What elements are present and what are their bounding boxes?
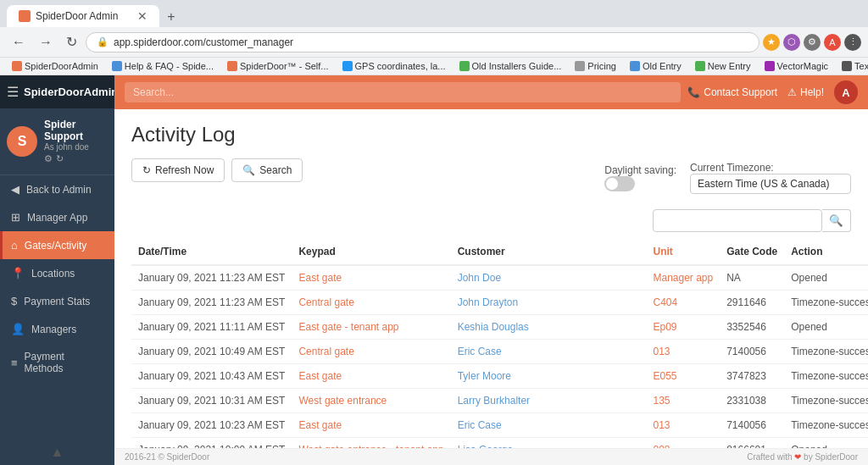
gates-icon: ⌂ [11,239,18,252]
tab-close-button[interactable]: ✕ [137,9,147,23]
sidebar-item-manager-app[interactable]: ⊞ Manager App [0,203,114,231]
active-tab[interactable]: SpiderDoor Admin ✕ [7,5,159,27]
cell-action: Timezone-success [784,389,868,413]
table-header-row: Date/Time Keypad Customer Unit Gate Code… [131,239,868,265]
lock-icon: 🔒 [97,36,108,47]
cell-unit: Manager app [646,265,720,291]
manager-app-icon: ⊞ [11,211,20,224]
sidebar-header[interactable]: ☰ SpiderDoorAdmin [0,75,114,108]
cell-action: Opened [784,315,868,340]
main-content: 📞 Contact Support ⚠ Help! A Activity Log… [114,75,868,465]
cell-keypad: Central gate [292,340,450,364]
bookmark-icon [112,61,122,71]
hamburger-icon[interactable]: ☰ [7,84,19,100]
cell-action: Timezone-success [784,413,868,438]
bookmark-text2app[interactable]: Text2App [837,59,868,73]
table-search-button[interactable]: 🔍 [822,209,851,232]
sidebar-item-back-to-admin[interactable]: ◀ Back to Admin [0,175,114,203]
more-menu-icon[interactable]: ⋮ [844,34,861,51]
search-icon: 🔍 [242,164,255,176]
forward-button[interactable]: → [34,31,58,53]
star-icon[interactable]: ★ [763,34,780,51]
bookmark-old-entry[interactable]: Old Entry [625,59,687,73]
refresh-icon: ↻ [142,164,151,176]
back-icon: ◀ [11,183,19,196]
sidebar-item-label: Manager App [27,212,87,224]
bookmark-spiderdooradmin[interactable]: SpiderDoorAdmin [7,59,103,73]
cell-keypad: West gate entrance - tenant app [292,438,450,449]
settings-icon[interactable]: ⚙ [44,153,53,164]
sidebar-item-managers[interactable]: 👤 Managers [0,315,114,343]
managers-icon: 👤 [11,323,25,335]
contact-support-button[interactable]: 📞 Contact Support [687,86,777,98]
sidebar-item-payment-stats[interactable]: $ Payment Stats [0,287,114,315]
table-search-input[interactable] [653,209,822,232]
col-keypad: Keypad [292,239,450,265]
user-avatar[interactable]: A [834,80,858,104]
locations-icon: 📍 [11,267,25,280]
bookmark-new-entry[interactable]: New Entry [690,59,756,73]
table-row: January 09, 2021 10:09 AM ESTWest gate e… [131,438,868,449]
cell-datetime: January 09, 2021 10:49 AM EST [131,340,292,364]
cell-gate-code: 3352546 [720,315,784,340]
cell-gate-code: NA [720,265,784,291]
bookmark-gps[interactable]: GPS coordinates, la... [337,59,451,73]
cell-gate-code: 7140056 [720,340,784,364]
cell-datetime: January 09, 2021 10:09 AM EST [131,438,292,449]
profile-info: Spider Support As john doe ⚙ ↻ [44,119,108,164]
refresh-now-button[interactable]: ↻ Refresh Now [131,158,225,182]
browser-chrome: SpiderDoor Admin ✕ + [0,0,868,27]
bookmark-old-installers[interactable]: Old Installers Guide... [454,59,567,73]
back-button[interactable]: ← [7,31,31,53]
col-action: Action [784,239,868,265]
timezone-select[interactable]: Eastern Time (US & Canada) Central Time … [690,174,851,194]
cell-gate-code: 8166601 [720,438,784,449]
col-gate-code: Gate Code [720,239,784,265]
bookmark-help-faq[interactable]: Help & FAQ - Spide... [107,59,219,73]
bookmark-icon [695,61,705,71]
refresh-profile-icon[interactable]: ↻ [56,153,64,164]
cell-unit: C404 [646,291,720,315]
search-input[interactable] [125,82,681,102]
sidebar: ☰ SpiderDoorAdmin S Spider Support As jo… [0,75,114,465]
daylight-toggle[interactable] [604,176,635,191]
cell-action: Timezone-success [784,340,868,364]
cell-customer: John Drayton [451,291,647,315]
cell-datetime: January 09, 2021 11:23 AM EST [131,265,292,291]
extensions-icon[interactable]: ⬡ [783,34,800,51]
cell-customer: Eric Case [451,413,647,438]
cell-unit: 008 [646,438,720,449]
cell-gate-code: 7140056 [720,413,784,438]
sidebar-item-locations[interactable]: 📍 Locations [0,259,114,287]
bookmark-spiderdoor-self[interactable]: SpiderDoor™ - Self... [222,59,334,73]
puzzle-icon[interactable]: ⚙ [804,34,821,51]
top-bar: 📞 Contact Support ⚠ Help! A [114,75,868,109]
toggle-wrap [604,176,676,191]
cell-customer: Larry Burkhalter [451,389,647,413]
bookmark-vectormagic[interactable]: VectorMagic [760,59,834,73]
refresh-button[interactable]: ↻ [61,30,82,53]
address-bar[interactable]: 🔒 app.spiderdoor.com/customer_manager [86,32,760,53]
sidebar-profile: S Spider Support As john doe ⚙ ↻ [0,108,114,175]
daylight-saving-label: Daylight saving: [604,164,676,176]
bookmark-icon [575,61,585,71]
toggle-knob [606,178,618,190]
footer: 2016-21 © SpiderDoor Crafted with ❤ by S… [114,448,868,465]
top-bar-actions: 📞 Contact Support ⚠ Help! A [687,80,858,104]
profile-sub: As john doe [44,142,108,152]
help-button[interactable]: ⚠ Help! [787,86,824,98]
search-button[interactable]: 🔍 Search [231,158,303,182]
new-tab-button[interactable]: + [161,7,181,27]
avatar: S [7,126,37,157]
user-profile-icon[interactable]: A [824,34,841,51]
table-search-row: 🔍 [131,209,851,232]
sidebar-item-label: Payment Stats [24,296,90,307]
sidebar-item-gates-activity[interactable]: ⌂ Gates/Activity [0,231,114,259]
bookmark-pricing[interactable]: Pricing [570,59,621,73]
cell-keypad: Central gate [292,291,450,315]
cell-gate-code: 3747823 [720,364,784,389]
bookmark-icon [12,61,22,71]
sidebar-item-payment-methods[interactable]: ≡ Payment Methods [0,343,114,382]
cell-customer: Lisa George [451,438,647,449]
sidebar-collapse-arrow[interactable]: ▲ [0,440,114,465]
